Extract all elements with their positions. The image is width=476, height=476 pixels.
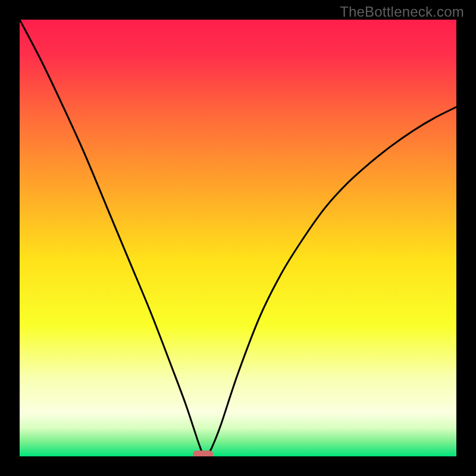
chart-frame: TheBottleneck.com (0, 0, 476, 476)
chart-plot-area (20, 20, 456, 456)
optimal-marker (193, 450, 213, 456)
gradient-background (20, 20, 456, 456)
watermark-text: TheBottleneck.com (340, 4, 464, 20)
chart-svg (20, 20, 456, 456)
